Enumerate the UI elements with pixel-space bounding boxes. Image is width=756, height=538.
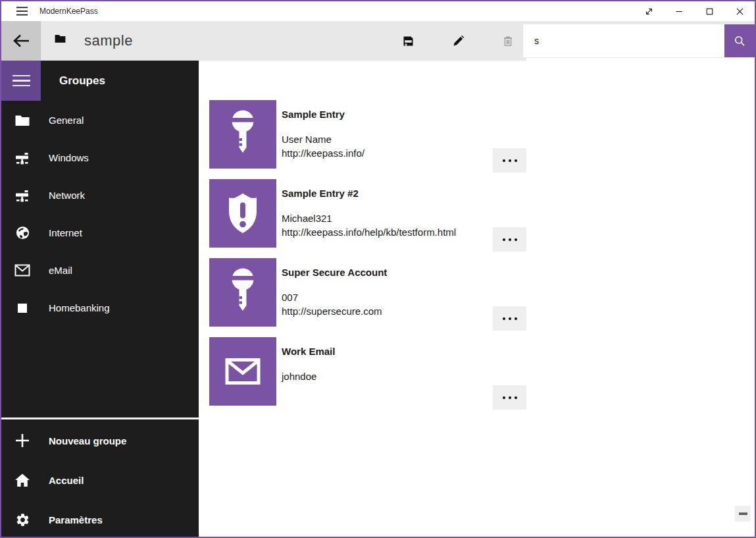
entry-tile[interactable]: [209, 258, 276, 327]
more-button[interactable]: [493, 148, 526, 173]
sidebar-divider: [1, 417, 199, 419]
sidebar-item-network[interactable]: Network: [1, 176, 199, 214]
home-button[interactable]: Accueil: [1, 460, 199, 500]
zoom-out-icon: [739, 512, 747, 515]
entry-title: Work Email: [282, 346, 558, 357]
entry-username: johndoe: [282, 369, 558, 383]
globe-icon: [14, 225, 30, 240]
entry-tile[interactable]: [209, 337, 276, 406]
database-folder-icon: [54, 33, 66, 44]
key-icon: [210, 259, 276, 325]
close-button[interactable]: [724, 1, 755, 21]
more-ellipsis-icon: [501, 158, 518, 163]
more-button[interactable]: [493, 306, 526, 331]
database-title: sample: [84, 21, 133, 61]
titlebar: ModernKeePass: [1, 1, 755, 21]
more-ellipsis-icon: [501, 395, 518, 400]
maximize-button[interactable]: [694, 1, 724, 21]
shield-exclamation-icon: [210, 180, 276, 246]
entry-tile[interactable]: [209, 179, 276, 248]
entry-row[interactable]: Sample Entry #2 Michael321 http://keepas…: [209, 179, 604, 248]
entry-title: Sample Entry #2: [282, 188, 558, 199]
workstation-icon: [14, 151, 30, 165]
entry-username: Michael321: [282, 211, 558, 225]
plus-icon: [14, 433, 30, 448]
back-arrow-icon: [13, 34, 30, 48]
groups-list: General Windows Network Internet: [1, 101, 199, 327]
workstation-icon: [14, 188, 30, 203]
search-input[interactable]: [523, 24, 724, 57]
sidebar-item-general[interactable]: General: [1, 101, 199, 139]
sidebar-item-windows[interactable]: Windows: [1, 139, 199, 176]
sidebar-actions: Nouveau groupe Accueil Paramètres: [1, 421, 199, 538]
settings-button[interactable]: Paramètres: [1, 500, 199, 538]
square-icon: [14, 303, 30, 313]
groups-header: Groupes: [59, 61, 105, 101]
entry-username: User Name: [282, 132, 558, 146]
back-button[interactable]: [1, 21, 41, 61]
save-icon: [401, 34, 415, 48]
edit-pencil-icon: [451, 34, 465, 48]
fullscreen-button[interactable]: [634, 1, 664, 21]
window-controls: [634, 1, 755, 21]
trash-icon: [501, 34, 515, 48]
appbar-actions: [383, 21, 533, 61]
save-button[interactable]: [383, 21, 433, 61]
entry-row[interactable]: Work Email johndoe: [209, 337, 604, 406]
key-icon: [210, 101, 276, 167]
entry-username: 007: [282, 290, 558, 304]
sidebar-item-email[interactable]: eMail: [1, 252, 199, 289]
search-icon: [733, 34, 746, 47]
more-ellipsis-icon: [501, 316, 518, 321]
entry-row[interactable]: Super Secure Account 007 http://supersec…: [209, 258, 604, 327]
sidebar-item-homebanking[interactable]: Homebanking: [1, 289, 199, 327]
gear-icon: [14, 512, 30, 527]
minimize-icon: [674, 6, 685, 17]
more-button[interactable]: [493, 227, 526, 252]
entry-tile[interactable]: [209, 100, 276, 169]
envelope-icon: [14, 264, 30, 277]
entry-row[interactable]: Sample Entry User Name http://keepass.in…: [209, 100, 604, 169]
maximize-icon: [704, 6, 715, 17]
sidebar-item-internet[interactable]: Internet: [1, 214, 199, 252]
hamburger-menu-icon[interactable]: [11, 1, 33, 21]
close-icon: [734, 6, 745, 17]
sidebar-hamburger-button[interactable]: [1, 61, 41, 101]
entry-title: Sample Entry: [282, 109, 558, 120]
folder-icon: [14, 114, 30, 127]
search-box: [523, 24, 755, 57]
more-button[interactable]: [493, 385, 526, 410]
search-button[interactable]: [724, 24, 755, 57]
minimize-button[interactable]: [664, 1, 694, 21]
envelope-icon: [210, 338, 276, 404]
edit-button[interactable]: [433, 21, 483, 61]
home-icon: [14, 473, 30, 487]
more-ellipsis-icon: [501, 237, 518, 242]
app-window: ModernKeePass sample: [0, 0, 756, 538]
sidebar: Groupes General Windows Network: [1, 61, 199, 537]
app-title: ModernKeePass: [39, 1, 98, 21]
entry-title: Super Secure Account: [282, 267, 558, 278]
zoom-out-button[interactable]: [735, 506, 751, 522]
new-group-button[interactable]: Nouveau groupe: [1, 421, 199, 460]
fullscreen-icon: [643, 6, 655, 17]
